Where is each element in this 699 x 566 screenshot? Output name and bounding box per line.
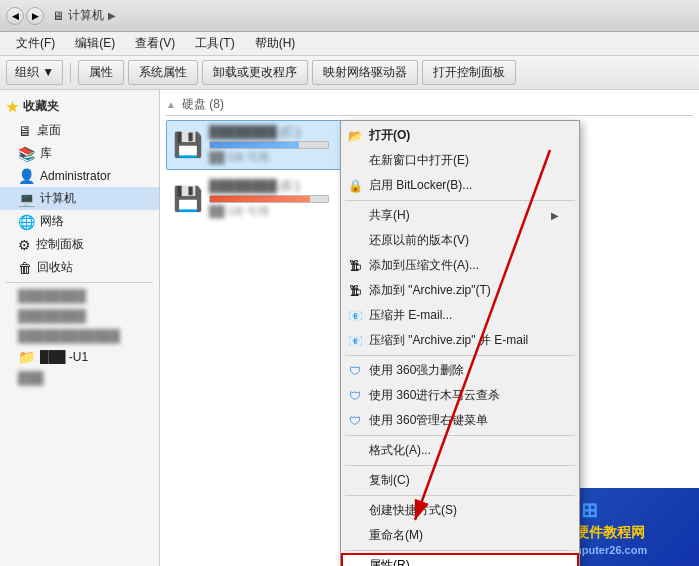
back-button[interactable]: ◀ <box>6 7 24 25</box>
ctx-360-virus-icon: 🛡 <box>345 386 365 406</box>
toolbar-divider-1 <box>70 63 71 83</box>
ctx-archive-icon: 🗜 <box>345 256 365 276</box>
menu-view[interactable]: 查看(V) <box>127 33 183 54</box>
sidebar-library-label: 库 <box>40 145 52 162</box>
ctx-sep-1 <box>345 200 575 201</box>
breadcrumb: 🖥 计算机 ▶ <box>52 7 693 24</box>
sidebar-folder-1[interactable]: ████████ <box>0 286 159 306</box>
desktop-icon: 🖥 <box>18 123 32 139</box>
ctx-open-new-window[interactable]: 在新窗口中打开(E) <box>341 148 579 173</box>
control-panel-icon: ⚙ <box>18 237 31 253</box>
menu-bar: 文件(F) 编辑(E) 查看(V) 工具(T) 帮助(H) <box>0 32 699 56</box>
sidebar-item-recycle-bin[interactable]: 🗑 回收站 <box>0 256 159 279</box>
drive-e-bar <box>210 196 310 202</box>
ctx-format-icon <box>345 441 365 461</box>
ctx-add-archive-label: 添加到压缩文件(A)... <box>369 257 479 274</box>
sidebar-item-library[interactable]: 📚 库 <box>0 142 159 165</box>
menu-edit[interactable]: 编辑(E) <box>67 33 123 54</box>
ctx-create-shortcut-label: 创建快捷方式(S) <box>369 502 457 519</box>
ctx-sep-2 <box>345 355 575 356</box>
sidebar-folder-3[interactable]: ████████████ <box>0 326 159 346</box>
ctx-360-delete-label: 使用 360强力删除 <box>369 362 464 379</box>
network-icon: 🌐 <box>18 214 35 230</box>
ctx-rename[interactable]: 重命名(M) <box>341 523 579 548</box>
drive-c-icon: 💾 <box>173 131 203 159</box>
sidebar-folder-group: ████████ ████████ ████████████ 📁 ███ -U1… <box>0 286 159 388</box>
sidebar-item-administrator[interactable]: 👤 Administrator <box>0 165 159 187</box>
ctx-restore-icon <box>345 231 365 251</box>
organize-button[interactable]: 组织 ▼ <box>6 60 63 85</box>
ctx-properties-icon <box>347 556 367 567</box>
properties-button[interactable]: 属性 <box>78 60 124 85</box>
ctx-restore-version[interactable]: 还原以前的版本(V) <box>341 228 579 253</box>
breadcrumb-text: 计算机 <box>68 7 104 24</box>
favorites-header[interactable]: ★ 收藏夹 <box>0 94 159 119</box>
menu-tools[interactable]: 工具(T) <box>187 33 242 54</box>
sidebar-folder-2[interactable]: ████████ <box>0 306 159 326</box>
window-controls[interactable]: ◀ ▶ <box>6 7 44 25</box>
control-panel-button[interactable]: 打开控制面板 <box>422 60 516 85</box>
breadcrumb-arrow: ▶ <box>108 10 116 21</box>
ctx-bitlocker[interactable]: 🔒 启用 BitLocker(B)... <box>341 173 579 198</box>
sidebar-desktop-label: 桌面 <box>37 122 61 139</box>
ctx-360-manage-icon: 🛡 <box>345 411 365 431</box>
ctx-compress-email-label: 压缩并 E-mail... <box>369 307 452 324</box>
sidebar-divider <box>6 282 153 283</box>
system-properties-button[interactable]: 系统属性 <box>128 60 198 85</box>
ctx-open-label: 打开(O) <box>369 127 410 144</box>
library-icon: 📚 <box>18 146 35 162</box>
ctx-zip-email-icon: 📧 <box>345 331 365 351</box>
ctx-share-label: 共享(H) <box>369 207 410 224</box>
ctx-rename-icon <box>345 526 365 546</box>
favorites-label: 收藏夹 <box>23 98 59 115</box>
ctx-share[interactable]: 共享(H) ▶ <box>341 203 579 228</box>
ctx-properties-label: 属性(R) <box>369 557 410 566</box>
title-bar: ◀ ▶ 🖥 计算机 ▶ <box>0 0 699 32</box>
sidebar-recycle-label: 回收站 <box>37 259 73 276</box>
ctx-email-icon: 📧 <box>345 306 365 326</box>
ctx-add-zip-label: 添加到 "Archive.zip"(T) <box>369 282 491 299</box>
ctx-360-delete-icon: 🛡 <box>345 361 365 381</box>
recycle-bin-icon: 🗑 <box>18 260 32 276</box>
forward-button[interactable]: ▶ <box>26 7 44 25</box>
ctx-properties[interactable]: 属性(R) <box>341 553 579 566</box>
uninstall-button[interactable]: 卸载或更改程序 <box>202 60 308 85</box>
administrator-icon: 👤 <box>18 168 35 184</box>
ctx-add-to-archive[interactable]: 🗜 添加到压缩文件(A)... <box>341 253 579 278</box>
menu-file[interactable]: 文件(F) <box>8 33 63 54</box>
sidebar-item-computer[interactable]: 💻 计算机 <box>0 187 159 210</box>
ctx-copy[interactable]: 复制(C) <box>341 468 579 493</box>
ctx-360-delete[interactable]: 🛡 使用 360强力删除 <box>341 358 579 383</box>
ctx-360-manage[interactable]: 🛡 使用 360管理右键菜单 <box>341 408 579 433</box>
section-collapse-icon[interactable]: ▲ <box>166 99 176 110</box>
ctx-compress-email[interactable]: 📧 压缩并 E-mail... <box>341 303 579 328</box>
ctx-open[interactable]: 📂 打开(O) <box>341 123 579 148</box>
hardisk-section-label: 硬盘 (8) <box>182 96 224 113</box>
drive-c-bar <box>210 142 299 148</box>
sidebar-folder-4-label: ███ -U1 <box>40 350 88 364</box>
ctx-360-virus[interactable]: 🛡 使用 360进行木马云查杀 <box>341 383 579 408</box>
ctx-copy-icon <box>345 471 365 491</box>
sidebar-item-desktop[interactable]: 🖥 桌面 <box>0 119 159 142</box>
ctx-sep-6 <box>345 550 575 551</box>
ctx-add-to-zip[interactable]: 🗜 添加到 "Archive.zip"(T) <box>341 278 579 303</box>
context-menu: 📂 打开(O) 在新窗口中打开(E) 🔒 启用 BitLocker(B)... … <box>340 120 580 566</box>
ctx-bitlocker-icon: 🔒 <box>345 176 365 196</box>
ctx-share-icon <box>345 206 365 226</box>
ctx-create-shortcut[interactable]: 创建快捷方式(S) <box>341 498 579 523</box>
ctx-compress-zip-email[interactable]: 📧 压缩到 "Archive.zip" 并 E-mail <box>341 328 579 353</box>
sidebar-item-control-panel[interactable]: ⚙ 控制面板 <box>0 233 159 256</box>
menu-help[interactable]: 帮助(H) <box>247 33 304 54</box>
toolbar: 组织 ▼ 属性 系统属性 卸载或更改程序 映射网络驱动器 打开控制面板 <box>0 56 699 90</box>
ctx-zip-icon: 🗜 <box>345 281 365 301</box>
sidebar-item-network[interactable]: 🌐 网络 <box>0 210 159 233</box>
sidebar-folder-5[interactable]: ███ <box>0 368 159 388</box>
windows-logo: ⊞ <box>581 498 598 522</box>
hardisk-section-header: ▲ 硬盘 (8) <box>166 96 693 116</box>
sidebar-computer-label: 计算机 <box>40 190 76 207</box>
sidebar-folder-4[interactable]: 📁 ███ -U1 <box>0 346 159 368</box>
ctx-compress-zip-email-label: 压缩到 "Archive.zip" 并 E-mail <box>369 332 528 349</box>
ctx-rename-label: 重命名(M) <box>369 527 423 544</box>
ctx-format[interactable]: 格式化(A)... <box>341 438 579 463</box>
map-drive-button[interactable]: 映射网络驱动器 <box>312 60 418 85</box>
